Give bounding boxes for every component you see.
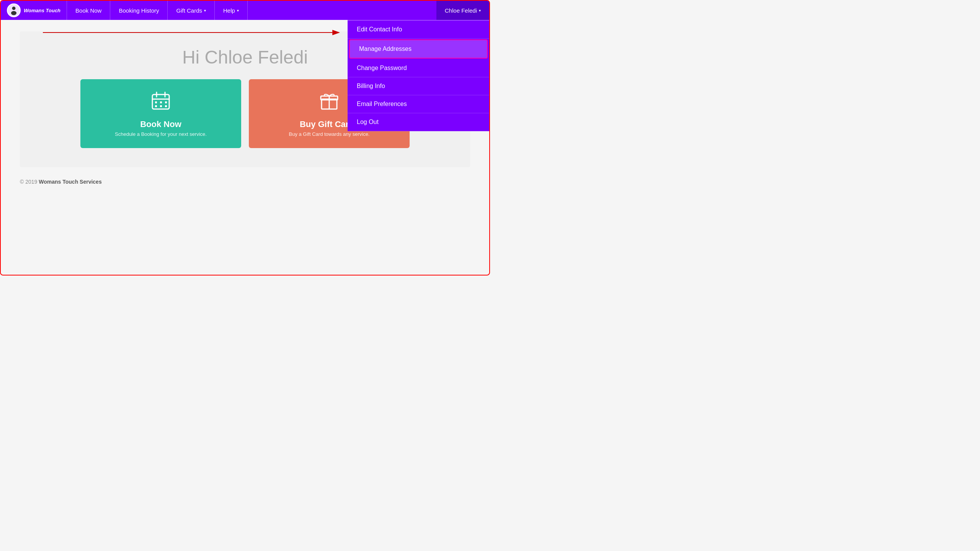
book-now-card[interactable]: Book Now Schedule a Booking for your nex… xyxy=(80,79,241,148)
svg-rect-12 xyxy=(155,105,157,107)
footer-company: Womans Touch Services xyxy=(39,179,101,185)
svg-rect-11 xyxy=(165,101,167,103)
user-dropdown-menu: Edit Contact Info Manage Addresses Chang… xyxy=(348,20,489,131)
nav-gift-cards[interactable]: Gift Cards ▾ xyxy=(168,1,215,20)
gift-cards-chevron-icon: ▾ xyxy=(204,8,206,13)
svg-rect-10 xyxy=(160,101,162,103)
user-chevron-icon: ▾ xyxy=(479,8,481,13)
footer-copyright: © 2019 xyxy=(20,179,37,185)
nav-help[interactable]: Help ▾ xyxy=(215,1,248,20)
dropdown-edit-contact[interactable]: Edit Contact Info xyxy=(348,21,489,39)
book-now-card-title: Book Now xyxy=(140,119,181,129)
dropdown-manage-addresses[interactable]: Manage Addresses xyxy=(349,39,488,59)
brand-name: Womans Touch xyxy=(24,8,60,13)
navbar: Womans Touch Book Now Booking History Gi… xyxy=(1,1,489,20)
dropdown-change-password[interactable]: Change Password xyxy=(348,59,489,77)
svg-rect-9 xyxy=(155,101,157,103)
dropdown-log-out[interactable]: Log Out xyxy=(348,113,489,131)
svg-rect-13 xyxy=(160,105,162,107)
book-now-card-subtitle: Schedule a Booking for your next service… xyxy=(115,131,207,137)
user-menu-button[interactable]: Chloe Feledi ▾ xyxy=(436,1,489,20)
nav-items: Book Now Booking History Gift Cards ▾ He… xyxy=(67,1,252,20)
calendar-icon xyxy=(151,91,171,115)
footer: © 2019 Womans Touch Services xyxy=(20,179,470,185)
dropdown-email-preferences[interactable]: Email Preferences xyxy=(348,95,489,113)
nav-book-now[interactable]: Book Now xyxy=(67,1,110,20)
svg-point-1 xyxy=(12,7,16,10)
buy-gift-cards-subtitle: Buy a Gift Card towards any service. xyxy=(289,131,370,137)
nav-booking-history[interactable]: Booking History xyxy=(110,1,168,20)
svg-rect-14 xyxy=(165,105,167,107)
brand[interactable]: Womans Touch xyxy=(1,1,67,20)
dropdown-billing-info[interactable]: Billing Info xyxy=(348,77,489,95)
gift-icon xyxy=(319,91,339,115)
brand-logo xyxy=(7,3,21,17)
help-chevron-icon: ▾ xyxy=(237,8,239,13)
svg-point-2 xyxy=(11,11,16,15)
